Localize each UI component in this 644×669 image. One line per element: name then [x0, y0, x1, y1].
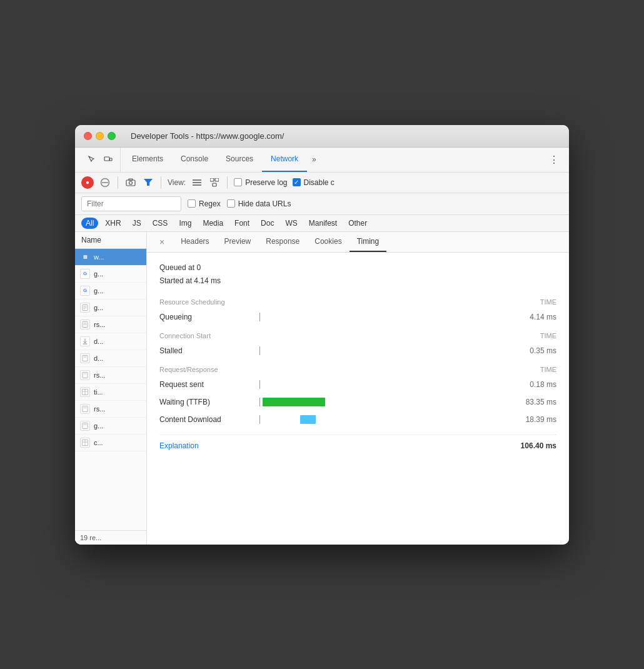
preserve-log-label: Preserve log: [245, 178, 287, 187]
waiting-value: 83.35 ms: [513, 398, 556, 406]
stalled-bar-area: [259, 345, 513, 357]
file-list: ▤ w... G g... G g...: [75, 249, 146, 530]
screenshot-button[interactable]: [124, 176, 137, 189]
type-filter-ws[interactable]: WS: [281, 218, 301, 229]
type-filter-other[interactable]: Other: [344, 218, 371, 229]
waiting-label: Waiting (TTFB): [159, 398, 259, 406]
file-item-d2[interactable]: d...: [75, 350, 146, 367]
file-icon-google2: G: [80, 286, 90, 296]
queueing-bar-area: [259, 311, 513, 323]
file-item-rs3[interactable]: rs...: [75, 401, 146, 418]
filter-button[interactable]: [142, 176, 154, 189]
file-icon-download: [80, 336, 90, 346]
network-toolbar: ● View:: [75, 173, 569, 193]
clear-button[interactable]: [99, 176, 111, 189]
tab-preview[interactable]: Preview: [217, 232, 259, 252]
queueing-row: Queueing 4.14 ms: [159, 311, 556, 323]
file-name-ti: ti...: [94, 388, 141, 396]
type-filter-xhr[interactable]: XHR: [101, 218, 125, 229]
file-item-w[interactable]: ▤ w...: [75, 249, 146, 266]
disable-cache-checkbox[interactable]: ✓: [293, 178, 301, 186]
type-filter-js[interactable]: JS: [128, 218, 146, 229]
type-filter-doc[interactable]: Doc: [256, 218, 278, 229]
view-label: View:: [168, 178, 186, 187]
window-title: Developer Tools - https://www.google.com…: [131, 131, 284, 141]
tab-cookies[interactable]: Cookies: [307, 232, 349, 252]
file-item-rs1[interactable]: rs...: [75, 316, 146, 333]
timing-close-button[interactable]: ×: [153, 232, 171, 252]
list-view-icon: [193, 179, 201, 186]
file-icon-doc4: [80, 370, 90, 380]
type-filter-all[interactable]: All: [81, 218, 98, 229]
minimize-button[interactable]: [96, 132, 104, 140]
connection-start-title: Connection Start TIME: [159, 332, 556, 340]
tab-elements[interactable]: Elements: [123, 148, 172, 172]
svg-rect-24: [83, 372, 88, 378]
file-item-g2[interactable]: G g...: [75, 283, 146, 299]
file-name-rs2: rs...: [94, 371, 141, 379]
maximize-button[interactable]: [108, 132, 116, 140]
file-icon-google1: G: [80, 269, 90, 279]
waiting-marker: [259, 398, 260, 406]
file-item-d1[interactable]: d...: [75, 333, 146, 350]
tree-view-button[interactable]: [208, 176, 221, 189]
request-sent-row: Request sent 0.18 ms: [159, 378, 556, 391]
preserve-log-checkbox[interactable]: [234, 178, 242, 186]
type-filter-css[interactable]: CSS: [148, 218, 173, 229]
list-view-button[interactable]: [191, 176, 203, 189]
type-filter-manifest[interactable]: Manifest: [304, 218, 341, 229]
stalled-marker: [259, 346, 260, 355]
regex-checkbox-wrapper[interactable]: Regex: [188, 199, 221, 208]
tab-headers[interactable]: Headers: [173, 232, 216, 252]
type-filter-img[interactable]: Img: [174, 218, 196, 229]
file-icon-doc1: [80, 303, 90, 313]
file-item-g4[interactable]: g...: [75, 418, 146, 435]
regex-checkbox[interactable]: [188, 199, 196, 208]
waiting-bar: [263, 398, 325, 406]
timing-header-info: Queued at 0 Started at 4.14 ms: [159, 261, 556, 288]
type-filter-font[interactable]: Font: [230, 218, 254, 229]
preserve-log-checkbox-wrapper[interactable]: Preserve log: [234, 178, 287, 187]
file-icon-table1: [80, 387, 90, 397]
tab-console[interactable]: Console: [172, 148, 217, 172]
hide-data-urls-checkbox-wrapper[interactable]: Hide data URLs: [227, 199, 291, 208]
started-at-text: Started at 4.14 ms: [159, 274, 556, 288]
tab-sources[interactable]: Sources: [217, 148, 262, 172]
queueing-value: 4.14 ms: [513, 313, 556, 321]
svg-rect-22: [83, 355, 88, 361]
tab-response[interactable]: Response: [258, 232, 307, 252]
devtools-menu-button[interactable]: ⋮: [544, 148, 564, 172]
request-response-title: Request/Response TIME: [159, 366, 556, 373]
file-item-ti[interactable]: ti...: [75, 384, 146, 401]
queueing-marker: [259, 313, 260, 321]
svg-rect-29: [83, 406, 88, 411]
hide-data-urls-checkbox[interactable]: [227, 199, 235, 208]
content-download-row: Content Download 18.39 ms: [159, 413, 556, 426]
type-filter-media[interactable]: Media: [198, 218, 228, 229]
filter-icon: [144, 178, 153, 186]
resource-scheduling-title: Resource Scheduling TIME: [159, 298, 556, 306]
explanation-link[interactable]: Explanation: [159, 441, 199, 450]
file-item-g1[interactable]: G g...: [75, 266, 146, 283]
tab-more-button[interactable]: »: [307, 148, 321, 172]
tab-timing[interactable]: Timing: [350, 232, 387, 252]
content-download-bar: [300, 415, 316, 424]
file-item-g3[interactable]: g...: [75, 299, 146, 316]
svg-rect-31: [83, 423, 88, 428]
close-button[interactable]: [84, 132, 92, 140]
titlebar: Developer Tools - https://www.google.com…: [75, 125, 569, 148]
inspect-icon[interactable]: [85, 153, 99, 166]
content-download-bar-area: [259, 413, 513, 426]
content-download-value: 18.39 ms: [513, 415, 556, 424]
svg-marker-7: [144, 179, 153, 186]
disable-cache-checkbox-wrapper[interactable]: ✓ Disable c: [293, 178, 335, 187]
file-icon-doc3: [80, 353, 90, 363]
record-button[interactable]: ●: [81, 176, 94, 189]
filter-input[interactable]: [81, 196, 181, 211]
request-sent-label: Request sent: [159, 380, 259, 389]
device-toolbar-icon[interactable]: [101, 153, 115, 166]
stalled-row: Stalled 0.35 ms: [159, 345, 556, 357]
file-item-c[interactable]: c...: [75, 435, 146, 451]
tab-network[interactable]: Network: [262, 148, 307, 172]
file-item-rs2[interactable]: rs...: [75, 367, 146, 384]
